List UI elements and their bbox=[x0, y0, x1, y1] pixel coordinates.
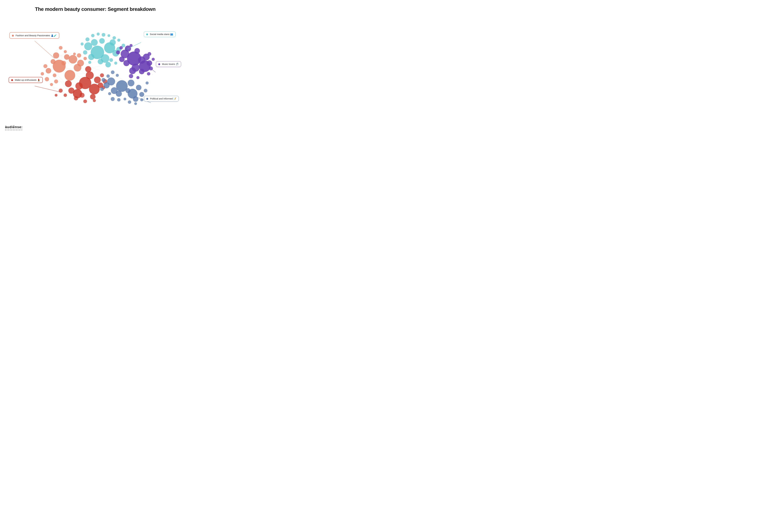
svg-point-247 bbox=[123, 60, 129, 66]
svg-point-256 bbox=[119, 46, 123, 49]
label-fashion-beauty-text: Fashion and Beauty Passionates 👗🧪 bbox=[16, 34, 56, 37]
svg-point-223 bbox=[91, 39, 98, 46]
svg-point-237 bbox=[81, 42, 84, 45]
svg-point-263 bbox=[136, 76, 139, 79]
svg-point-267 bbox=[128, 80, 134, 87]
dot-political bbox=[146, 98, 148, 100]
svg-line-50 bbox=[105, 39, 110, 42]
svg-point-218 bbox=[84, 42, 92, 50]
svg-point-253 bbox=[129, 67, 136, 74]
svg-point-272 bbox=[139, 92, 144, 97]
svg-point-178 bbox=[53, 52, 59, 59]
svg-point-193 bbox=[61, 61, 66, 65]
label-makeup-text: Make-up enthusiasts 💄 bbox=[15, 79, 40, 81]
label-social-media-text: Social media stans 👥 bbox=[150, 33, 173, 35]
svg-point-284 bbox=[128, 100, 131, 104]
svg-point-277 bbox=[111, 70, 114, 74]
svg-point-262 bbox=[129, 74, 133, 78]
svg-line-20 bbox=[58, 75, 62, 80]
svg-line-290 bbox=[35, 86, 61, 92]
svg-point-241 bbox=[114, 62, 117, 65]
svg-point-273 bbox=[104, 82, 110, 88]
svg-line-117 bbox=[117, 77, 122, 79]
svg-point-185 bbox=[77, 53, 81, 57]
label-political-text: Political and Informed 📝 bbox=[150, 97, 176, 100]
dot-makeup bbox=[11, 79, 13, 81]
svg-point-200 bbox=[85, 66, 91, 72]
svg-point-287 bbox=[144, 89, 147, 93]
svg-point-187 bbox=[43, 64, 47, 68]
svg-point-184 bbox=[64, 50, 67, 53]
svg-point-248 bbox=[119, 57, 125, 62]
svg-point-227 bbox=[105, 62, 111, 67]
svg-point-261 bbox=[147, 72, 150, 75]
chart-area: Fashion and Beauty Passionates 👗🧪 Make-u… bbox=[0, 16, 190, 129]
svg-line-37 bbox=[76, 74, 80, 78]
label-social-media: Social media stans 👥 bbox=[144, 32, 176, 37]
svg-point-183 bbox=[59, 46, 62, 50]
svg-point-278 bbox=[116, 74, 119, 77]
svg-point-228 bbox=[86, 37, 89, 41]
svg-point-181 bbox=[46, 68, 51, 74]
svg-point-188 bbox=[41, 72, 44, 75]
svg-point-224 bbox=[99, 38, 105, 44]
svg-point-232 bbox=[108, 34, 110, 37]
svg-point-211 bbox=[93, 99, 96, 102]
label-music-lovers: Music lovers 🎵 bbox=[156, 61, 181, 67]
svg-line-65 bbox=[105, 35, 107, 39]
label-fashion-beauty: Fashion and Beauty Passionates 👗🧪 bbox=[9, 32, 59, 39]
svg-point-239 bbox=[88, 61, 91, 64]
svg-point-199 bbox=[94, 77, 101, 83]
svg-point-250 bbox=[147, 60, 152, 66]
svg-line-158 bbox=[58, 92, 68, 93]
svg-point-221 bbox=[88, 54, 94, 60]
svg-point-204 bbox=[65, 81, 72, 87]
svg-point-240 bbox=[110, 58, 113, 62]
svg-line-34 bbox=[61, 81, 64, 86]
svg-point-186 bbox=[83, 57, 87, 60]
svg-point-189 bbox=[45, 77, 49, 81]
svg-point-285 bbox=[134, 102, 137, 105]
svg-point-279 bbox=[100, 87, 104, 91]
svg-point-283 bbox=[123, 98, 126, 100]
svg-point-276 bbox=[107, 75, 110, 78]
svg-point-234 bbox=[117, 39, 120, 42]
svg-point-180 bbox=[74, 64, 81, 72]
dot-music-lovers bbox=[158, 63, 160, 65]
svg-point-233 bbox=[113, 36, 116, 39]
svg-line-15 bbox=[65, 68, 71, 69]
svg-point-280 bbox=[108, 92, 111, 95]
svg-point-206 bbox=[100, 73, 104, 77]
svg-point-212 bbox=[64, 94, 67, 97]
svg-point-238 bbox=[83, 50, 87, 54]
svg-point-214 bbox=[55, 94, 57, 97]
svg-point-229 bbox=[91, 34, 95, 37]
svg-line-40 bbox=[81, 71, 85, 74]
dot-social-media bbox=[146, 33, 148, 35]
audiense-logo: àudiense: bbox=[5, 125, 23, 130]
svg-point-191 bbox=[54, 80, 58, 84]
svg-point-249 bbox=[138, 56, 145, 64]
svg-point-175 bbox=[64, 70, 75, 81]
svg-line-167 bbox=[58, 92, 67, 94]
svg-line-289 bbox=[35, 41, 54, 59]
svg-point-281 bbox=[111, 97, 114, 101]
svg-point-255 bbox=[116, 50, 120, 54]
svg-point-274 bbox=[125, 88, 130, 93]
svg-point-215 bbox=[80, 93, 85, 98]
svg-point-190 bbox=[50, 83, 53, 86]
svg-line-61 bbox=[108, 54, 113, 55]
svg-point-222 bbox=[98, 59, 103, 64]
svg-point-202 bbox=[68, 88, 74, 94]
svg-point-230 bbox=[97, 33, 100, 35]
svg-line-31 bbox=[67, 52, 71, 54]
svg-line-36 bbox=[74, 77, 79, 81]
svg-point-282 bbox=[117, 98, 120, 101]
svg-point-252 bbox=[134, 48, 140, 54]
dot-fashion-beauty bbox=[12, 35, 14, 36]
svg-point-269 bbox=[136, 85, 141, 90]
label-political: Political and Informed 📝 bbox=[144, 96, 179, 101]
svg-point-259 bbox=[152, 58, 155, 61]
svg-line-166 bbox=[53, 88, 64, 89]
page-title: The modern beauty consumer: Segment brea… bbox=[0, 0, 190, 12]
